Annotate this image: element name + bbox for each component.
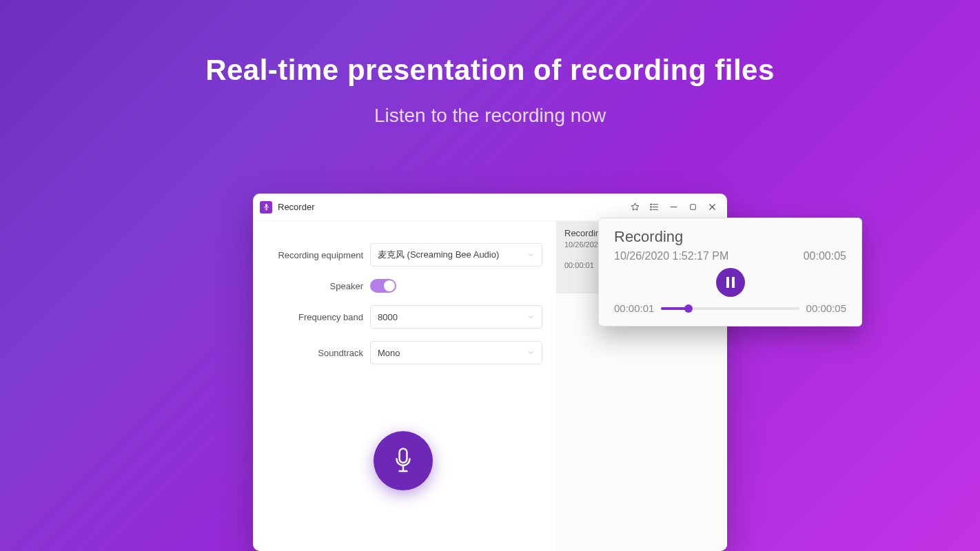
star-icon[interactable] <box>625 198 644 217</box>
soundtrack-select[interactable]: Mono <box>370 341 542 364</box>
player-duration-bottom: 00:00:05 <box>806 302 846 314</box>
window-title: Recorder <box>278 202 314 212</box>
svg-rect-4 <box>726 277 729 288</box>
pause-button[interactable] <box>716 268 745 297</box>
svg-rect-5 <box>732 277 735 288</box>
svg-point-1 <box>650 207 651 207</box>
pause-icon <box>726 277 735 288</box>
player-popup: Recording 10/26/2020 1:52:17 PM 00:00:05… <box>598 218 862 326</box>
app-mic-icon <box>260 201 272 214</box>
settings-pane: Recording equipment 麦克风 (Screaming Bee A… <box>253 221 556 551</box>
svg-point-2 <box>650 209 651 210</box>
soundtrack-value: Mono <box>378 348 400 358</box>
freq-label: Frequency band <box>267 312 370 322</box>
list-icon[interactable] <box>644 198 664 217</box>
titlebar: Recorder <box>253 194 727 221</box>
equipment-value: 麦克风 (Screaming Bee Audio) <box>378 249 499 261</box>
hero-subtitle: Listen to the recording now <box>0 105 980 127</box>
hero-title: Real-time presentation of recording file… <box>0 0 980 87</box>
equipment-select[interactable]: 麦克风 (Screaming Bee Audio) <box>370 243 542 267</box>
equipment-label: Recording equipment <box>267 250 370 260</box>
minimize-button[interactable] <box>664 198 683 217</box>
speaker-label: Speaker <box>267 281 370 291</box>
microphone-icon <box>391 448 415 474</box>
chevron-down-icon <box>527 251 535 259</box>
progress-slider[interactable] <box>661 307 799 310</box>
chevron-down-icon <box>527 313 535 321</box>
player-duration-top: 00:00:05 <box>804 250 846 262</box>
record-button[interactable] <box>374 431 433 490</box>
freq-value: 8000 <box>378 312 398 322</box>
player-elapsed: 00:00:01 <box>614 302 654 314</box>
maximize-button[interactable] <box>683 198 702 217</box>
svg-rect-3 <box>690 205 695 210</box>
player-title: Recording <box>614 228 846 246</box>
speaker-toggle[interactable] <box>370 279 396 293</box>
progress-thumb[interactable] <box>684 304 693 313</box>
close-button[interactable] <box>702 198 722 217</box>
soundtrack-label: Soundtrack <box>267 348 370 358</box>
svg-point-0 <box>650 204 651 205</box>
chevron-down-icon <box>527 349 535 357</box>
player-datetime: 10/26/2020 1:52:17 PM <box>614 250 728 262</box>
freq-select[interactable]: 8000 <box>370 305 542 329</box>
